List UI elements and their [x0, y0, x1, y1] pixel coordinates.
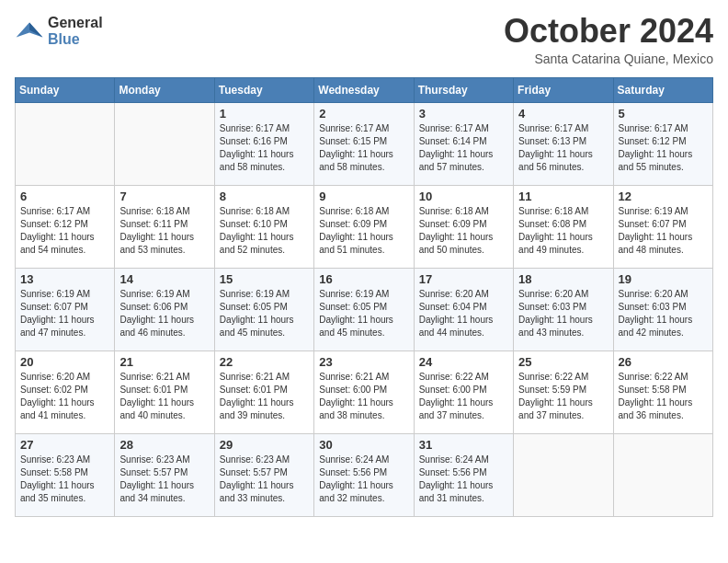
day-number: 24: [419, 355, 508, 369]
weekday-header: Wednesday: [314, 78, 414, 103]
calendar-cell: [16, 103, 115, 186]
calendar-cell: 18Sunrise: 6:20 AM Sunset: 6:03 PM Dayli…: [514, 269, 613, 351]
calendar-cell: 15Sunrise: 6:19 AM Sunset: 6:05 PM Dayli…: [214, 269, 313, 351]
day-number: 2: [319, 107, 408, 121]
month-title: October 2024: [504, 15, 713, 48]
cell-details: Sunrise: 6:21 AM Sunset: 6:01 PM Dayligh…: [220, 371, 309, 422]
day-number: 8: [220, 190, 309, 203]
calendar-cell: [613, 434, 712, 517]
day-number: 27: [20, 438, 109, 452]
cell-details: Sunrise: 6:19 AM Sunset: 6:05 PM Dayligh…: [220, 288, 309, 339]
weekday-header: Monday: [115, 78, 214, 103]
cell-details: Sunrise: 6:18 AM Sunset: 6:11 PM Dayligh…: [119, 205, 209, 257]
calendar-cell: 19Sunrise: 6:20 AM Sunset: 6:03 PM Dayli…: [613, 269, 712, 351]
calendar-week-row: 13Sunrise: 6:19 AM Sunset: 6:07 PM Dayli…: [16, 269, 713, 351]
day-number: 14: [119, 272, 209, 286]
day-number: 12: [619, 190, 708, 203]
calendar-cell: 5Sunrise: 6:17 AM Sunset: 6:12 PM Daylig…: [613, 103, 712, 186]
cell-details: Sunrise: 6:19 AM Sunset: 6:07 PM Dayligh…: [20, 288, 109, 339]
day-number: 20: [20, 355, 109, 369]
calendar-cell: 30Sunrise: 6:24 AM Sunset: 5:56 PM Dayli…: [314, 434, 414, 517]
calendar-cell: 22Sunrise: 6:21 AM Sunset: 6:01 PM Dayli…: [214, 351, 313, 434]
calendar-body: 1Sunrise: 6:17 AM Sunset: 6:16 PM Daylig…: [16, 103, 713, 517]
day-number: 13: [20, 272, 109, 286]
cell-details: Sunrise: 6:17 AM Sunset: 6:13 PM Dayligh…: [518, 122, 608, 174]
page-header: General Blue October 2024 Santa Catarina…: [15, 15, 713, 66]
cell-details: Sunrise: 6:19 AM Sunset: 6:06 PM Dayligh…: [119, 288, 209, 339]
cell-details: Sunrise: 6:22 AM Sunset: 6:00 PM Dayligh…: [419, 371, 508, 422]
cell-details: Sunrise: 6:17 AM Sunset: 6:12 PM Dayligh…: [20, 205, 109, 257]
calendar-week-row: 6Sunrise: 6:17 AM Sunset: 6:12 PM Daylig…: [16, 186, 713, 269]
day-number: 11: [518, 190, 608, 203]
calendar-cell: 9Sunrise: 6:18 AM Sunset: 6:09 PM Daylig…: [314, 186, 414, 269]
day-number: 30: [319, 438, 408, 452]
calendar-cell: 16Sunrise: 6:19 AM Sunset: 6:05 PM Dayli…: [314, 269, 414, 351]
weekday-header: Thursday: [414, 78, 513, 103]
calendar-cell: 8Sunrise: 6:18 AM Sunset: 6:10 PM Daylig…: [214, 186, 313, 269]
calendar-cell: 13Sunrise: 6:19 AM Sunset: 6:07 PM Dayli…: [16, 269, 115, 351]
calendar-cell: 29Sunrise: 6:23 AM Sunset: 5:57 PM Dayli…: [214, 434, 313, 517]
day-number: 19: [619, 272, 708, 286]
cell-details: Sunrise: 6:19 AM Sunset: 6:05 PM Dayligh…: [319, 288, 408, 339]
cell-details: Sunrise: 6:17 AM Sunset: 6:14 PM Dayligh…: [419, 122, 508, 174]
cell-details: Sunrise: 6:21 AM Sunset: 6:01 PM Dayligh…: [119, 371, 209, 422]
weekday-header: Saturday: [613, 78, 712, 103]
cell-details: Sunrise: 6:18 AM Sunset: 6:09 PM Dayligh…: [419, 205, 508, 257]
calendar-cell: 1Sunrise: 6:17 AM Sunset: 6:16 PM Daylig…: [214, 103, 313, 186]
logo-text: General Blue: [48, 15, 103, 48]
calendar-cell: 24Sunrise: 6:22 AM Sunset: 6:00 PM Dayli…: [414, 351, 513, 434]
calendar-cell: 7Sunrise: 6:18 AM Sunset: 6:11 PM Daylig…: [115, 186, 214, 269]
cell-details: Sunrise: 6:20 AM Sunset: 6:03 PM Dayligh…: [518, 288, 608, 339]
calendar-cell: 21Sunrise: 6:21 AM Sunset: 6:01 PM Dayli…: [115, 351, 214, 434]
day-number: 21: [119, 355, 209, 369]
cell-details: Sunrise: 6:21 AM Sunset: 6:00 PM Dayligh…: [319, 371, 408, 422]
calendar-cell: 25Sunrise: 6:22 AM Sunset: 5:59 PM Dayli…: [514, 351, 613, 434]
weekday-header: Tuesday: [214, 78, 313, 103]
day-number: 26: [619, 355, 708, 369]
logo: General Blue: [15, 15, 103, 48]
day-number: 5: [619, 107, 708, 121]
cell-details: Sunrise: 6:17 AM Sunset: 6:15 PM Dayligh…: [319, 122, 408, 174]
weekday-header: Sunday: [16, 78, 115, 103]
day-number: 18: [518, 272, 608, 286]
day-number: 1: [220, 107, 309, 121]
calendar-cell: 6Sunrise: 6:17 AM Sunset: 6:12 PM Daylig…: [16, 186, 115, 269]
cell-details: Sunrise: 6:18 AM Sunset: 6:08 PM Dayligh…: [518, 205, 608, 257]
cell-details: Sunrise: 6:20 AM Sunset: 6:02 PM Dayligh…: [20, 371, 109, 422]
calendar-table: SundayMondayTuesdayWednesdayThursdayFrid…: [15, 77, 713, 517]
calendar-cell: 10Sunrise: 6:18 AM Sunset: 6:09 PM Dayli…: [414, 186, 513, 269]
day-number: 23: [319, 355, 408, 369]
calendar-cell: 20Sunrise: 6:20 AM Sunset: 6:02 PM Dayli…: [16, 351, 115, 434]
day-number: 25: [518, 355, 608, 369]
day-number: 29: [220, 438, 309, 452]
calendar-cell: 3Sunrise: 6:17 AM Sunset: 6:14 PM Daylig…: [414, 103, 513, 186]
cell-details: Sunrise: 6:22 AM Sunset: 5:59 PM Dayligh…: [518, 371, 608, 422]
cell-details: Sunrise: 6:18 AM Sunset: 6:09 PM Dayligh…: [319, 205, 408, 257]
calendar-cell: [514, 434, 613, 517]
cell-details: Sunrise: 6:20 AM Sunset: 6:03 PM Dayligh…: [619, 288, 708, 339]
day-number: 4: [518, 107, 608, 121]
day-number: 3: [419, 107, 508, 121]
cell-details: Sunrise: 6:23 AM Sunset: 5:57 PM Dayligh…: [220, 454, 309, 505]
day-number: 15: [220, 272, 309, 286]
day-number: 10: [419, 190, 508, 203]
calendar-cell: 28Sunrise: 6:23 AM Sunset: 5:57 PM Dayli…: [115, 434, 214, 517]
weekday-header: Friday: [514, 78, 613, 103]
location: Santa Catarina Quiane, Mexico: [504, 52, 713, 66]
logo-icon: [15, 17, 44, 46]
day-number: 7: [119, 190, 209, 203]
cell-details: Sunrise: 6:22 AM Sunset: 5:58 PM Dayligh…: [619, 371, 708, 422]
calendar-header: SundayMondayTuesdayWednesdayThursdayFrid…: [16, 78, 713, 103]
cell-details: Sunrise: 6:24 AM Sunset: 5:56 PM Dayligh…: [319, 454, 408, 505]
day-number: 17: [419, 272, 508, 286]
cell-details: Sunrise: 6:23 AM Sunset: 5:57 PM Dayligh…: [119, 454, 209, 505]
calendar-cell: 11Sunrise: 6:18 AM Sunset: 6:08 PM Dayli…: [514, 186, 613, 269]
calendar-cell: 12Sunrise: 6:19 AM Sunset: 6:07 PM Dayli…: [613, 186, 712, 269]
cell-details: Sunrise: 6:19 AM Sunset: 6:07 PM Dayligh…: [619, 205, 708, 257]
calendar-cell: 23Sunrise: 6:21 AM Sunset: 6:00 PM Dayli…: [314, 351, 414, 434]
calendar-cell: 14Sunrise: 6:19 AM Sunset: 6:06 PM Dayli…: [115, 269, 214, 351]
calendar-cell: [115, 103, 214, 186]
calendar-week-row: 20Sunrise: 6:20 AM Sunset: 6:02 PM Dayli…: [16, 351, 713, 434]
cell-details: Sunrise: 6:18 AM Sunset: 6:10 PM Dayligh…: [220, 205, 309, 257]
day-number: 22: [220, 355, 309, 369]
